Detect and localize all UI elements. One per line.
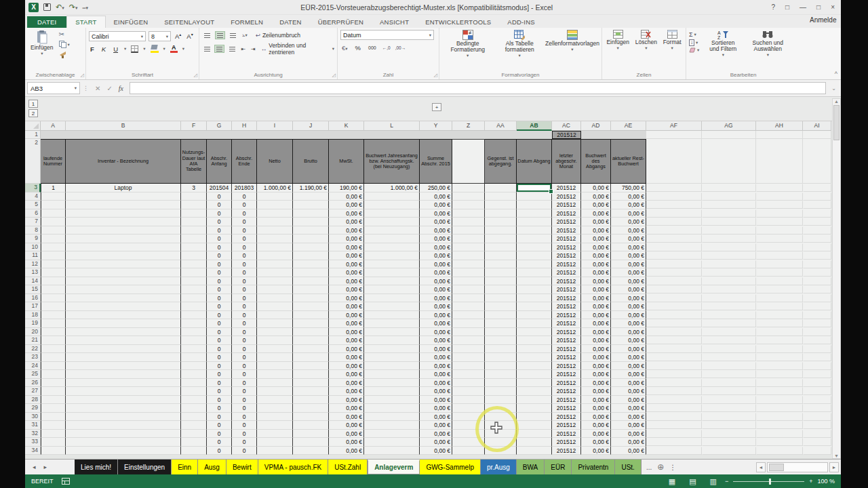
cell-J33[interactable] — [293, 438, 329, 447]
cell-H9[interactable]: 0 — [232, 235, 257, 243]
cell-A23[interactable] — [41, 353, 66, 362]
cell-F27[interactable] — [181, 387, 207, 396]
cell-B21[interactable] — [66, 336, 181, 345]
header-cell-H2[interactable]: Abschr. Ende — [232, 139, 257, 184]
cell-G1[interactable] — [207, 131, 232, 139]
cell-AF13[interactable] — [646, 268, 702, 277]
cell-AH25[interactable] — [756, 370, 803, 378]
cell-B15[interactable] — [66, 285, 181, 294]
cell-Z22[interactable] — [452, 345, 485, 354]
cell-L4[interactable] — [364, 192, 420, 201]
column-header-AH[interactable]: AH — [756, 121, 803, 131]
cell-AG22[interactable] — [702, 345, 756, 353]
select-all-corner[interactable] — [25, 121, 41, 131]
cell-K4[interactable]: 0,00 € — [329, 192, 364, 201]
cancel-icon[interactable]: ✕ — [95, 85, 100, 92]
cell-A16[interactable] — [41, 294, 66, 303]
cell-AI15[interactable] — [803, 285, 831, 293]
header-cell-AI2[interactable] — [803, 139, 831, 184]
cell-AF20[interactable] — [646, 328, 702, 336]
cell-B13[interactable] — [66, 268, 181, 277]
cell-K27[interactable]: 0,00 € — [329, 387, 364, 396]
cell-K32[interactable]: 0,00 € — [329, 430, 364, 439]
cell-AC13[interactable]: 201512 — [552, 268, 581, 277]
column-header-Z[interactable]: Z — [452, 121, 485, 131]
cell-AG8[interactable] — [702, 226, 756, 235]
cell-H14[interactable]: 0 — [232, 277, 257, 286]
cell-H8[interactable]: 0 — [232, 226, 257, 235]
cell-F22[interactable] — [181, 345, 207, 354]
cell-AI17[interactable] — [803, 302, 831, 310]
cell-AD31[interactable]: 0,00 € — [581, 421, 611, 430]
cell-Y12[interactable]: 0,00 € — [420, 260, 452, 269]
cell-Z1[interactable] — [452, 131, 485, 139]
cell-F9[interactable] — [181, 235, 207, 243]
header-cell-AA2[interactable]: Gegenst. ist abgegang. — [485, 139, 517, 184]
cell-A20[interactable] — [41, 328, 66, 337]
header-cell-L2[interactable]: Buchwert Jahresanfang bzw. Anschaffungsk… — [364, 139, 420, 184]
cell-AE17[interactable]: 0,00 € — [611, 302, 646, 311]
column-header-G[interactable]: G — [207, 121, 232, 131]
cell-AB26[interactable] — [517, 379, 552, 388]
cell-K1[interactable] — [329, 131, 364, 139]
cell-I17[interactable] — [257, 302, 293, 311]
cell-AH4[interactable] — [756, 192, 803, 201]
cell-Y27[interactable]: 0,00 € — [420, 387, 452, 396]
cell-Y34[interactable]: 0,00 € — [420, 447, 452, 455]
cell-A22[interactable] — [41, 345, 66, 354]
collapse-ribbon-icon[interactable]: ^ — [835, 70, 837, 77]
column-header-B[interactable]: B — [66, 121, 181, 131]
expand-formula-bar-icon[interactable]: ⌄ — [829, 85, 839, 92]
cell-AB33[interactable] — [517, 438, 552, 447]
cell-AD14[interactable]: 0,00 € — [581, 277, 611, 286]
cell-AA4[interactable] — [485, 192, 517, 201]
cell-Y30[interactable]: 0,00 € — [420, 413, 452, 422]
cell-A15[interactable] — [41, 285, 66, 294]
cell-K24[interactable]: 0,00 € — [329, 362, 364, 371]
cell-AE29[interactable]: 0,00 € — [611, 404, 646, 413]
cell-A10[interactable] — [41, 243, 66, 252]
cell-AA30[interactable] — [485, 413, 517, 422]
cell-AA23[interactable] — [485, 353, 517, 362]
cell-K21[interactable]: 0,00 € — [329, 336, 364, 345]
cell-AE20[interactable]: 0,00 € — [611, 328, 646, 337]
cell-I28[interactable] — [257, 396, 293, 405]
ribbon-tab--berpr-fen[interactable]: ÜBERPRÜFEN — [310, 16, 372, 28]
cell-AC15[interactable]: 201512 — [552, 285, 581, 294]
cell-L31[interactable] — [364, 421, 420, 430]
row-header-27[interactable]: 27 — [25, 387, 41, 396]
close-icon[interactable]: × — [831, 3, 835, 11]
cell-AI20[interactable] — [803, 328, 831, 336]
scroll-right-icon[interactable]: ► — [829, 462, 839, 472]
cell-I30[interactable] — [257, 413, 293, 422]
cell-AF10[interactable] — [646, 243, 702, 251]
cell-J7[interactable] — [293, 218, 329, 226]
cell-AC9[interactable]: 201512 — [552, 235, 581, 243]
cell-AI31[interactable] — [803, 421, 831, 429]
cell-I18[interactable] — [257, 311, 293, 320]
cell-AC25[interactable]: 201512 — [552, 370, 581, 379]
cell-AB4[interactable] — [517, 192, 552, 201]
minimize-icon[interactable]: — — [800, 3, 806, 11]
cell-AI28[interactable] — [803, 396, 831, 404]
cell-H12[interactable]: 0 — [232, 260, 257, 269]
cell-AF8[interactable] — [646, 226, 702, 235]
header-cell-J2[interactable]: Brutto — [293, 139, 329, 184]
cell-J5[interactable] — [293, 201, 329, 209]
cell-AC8[interactable]: 201512 — [552, 226, 581, 235]
cell-AE21[interactable]: 0,00 € — [611, 336, 646, 345]
cell-AB16[interactable] — [517, 294, 552, 303]
header-cell-A2[interactable]: laufende Nummer — [41, 139, 66, 184]
cell-B4[interactable] — [66, 192, 181, 201]
cell-A29[interactable] — [41, 404, 66, 413]
font-color-button[interactable]: A — [170, 45, 178, 53]
cell-AB28[interactable] — [517, 396, 552, 405]
cell-Y10[interactable]: 0,00 € — [420, 243, 452, 252]
cell-AA34[interactable] — [485, 447, 517, 455]
cell-AG7[interactable] — [702, 218, 756, 226]
cell-L6[interactable] — [364, 209, 420, 218]
cell-A8[interactable] — [41, 226, 66, 235]
cell-A34[interactable] — [41, 447, 66, 455]
cell-AA18[interactable] — [485, 311, 517, 320]
row-header-34[interactable]: 34 — [25, 447, 41, 455]
